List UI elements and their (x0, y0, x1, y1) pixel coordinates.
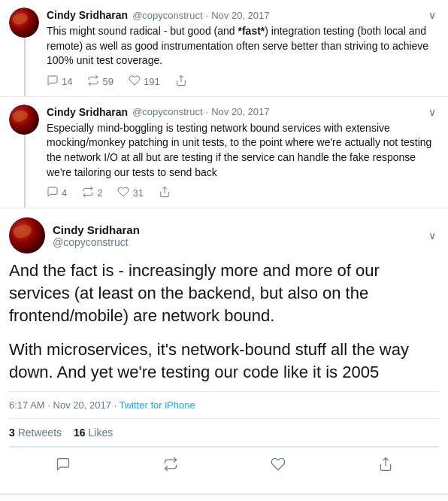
retweet-count-1: 59 (102, 76, 113, 87)
twitter-source-link[interactable]: Twitter for iPhone (120, 399, 195, 411)
chevron-down-icon-main[interactable]: ∨ (425, 228, 439, 243)
likes-label: Likes (89, 427, 114, 439)
main-user-info: Cindy Sridharan @copyconstruct (53, 223, 140, 248)
like-count-1: 191 (144, 76, 160, 87)
avatar-image-2 (9, 105, 39, 135)
timestamp-1: Nov 20, 2017 (211, 10, 269, 21)
main-tweet-text-part1: And the fact is - increasingly more and … (9, 260, 439, 326)
tweet-content-1: Cindy Sridharan @copyconstruct · Nov 20,… (47, 8, 439, 89)
share-icon-main[interactable] (372, 454, 399, 478)
retweet-action-2[interactable]: 2 (82, 186, 102, 200)
main-handle: @copyconstruct (53, 236, 140, 248)
handle-2: @copyconstruct (132, 106, 202, 117)
retweet-count-2: 2 (97, 187, 102, 199)
like-action-2[interactable]: 31 (117, 186, 143, 200)
avatar-col-1 (9, 8, 39, 89)
main-tweet-actions (9, 447, 439, 484)
like-icon-1 (129, 74, 141, 89)
retweets-stat: 3 Retweets (9, 427, 62, 439)
retweet-icon-2 (82, 186, 94, 200)
reply-icon-1 (47, 74, 59, 89)
share-action-2[interactable] (159, 186, 171, 200)
avatar-col-2 (9, 105, 39, 200)
tweet-meta-2: Cindy Sridharan @copyconstruct · Nov 20,… (47, 106, 270, 118)
tweet-content-2: Cindy Sridharan @copyconstruct · Nov 20,… (47, 105, 439, 200)
dot-1: · (206, 10, 209, 21)
reply-action-2[interactable]: 4 (47, 186, 67, 200)
chevron-down-icon-2[interactable]: ∨ (425, 105, 439, 120)
tweet-header-2: Cindy Sridharan @copyconstruct · Nov 20,… (47, 105, 439, 120)
main-tweet-text: And the fact is - increasingly more and … (9, 260, 439, 383)
tweet-actions-1: 14 59 191 (47, 74, 439, 89)
share-icon-2 (159, 186, 171, 200)
reply-icon-main[interactable] (50, 454, 77, 478)
avatar-2[interactable] (9, 105, 39, 135)
main-tweet-user: Cindy Sridharan @copyconstruct (9, 217, 140, 254)
display-name-2: Cindy Sridharan (47, 106, 128, 118)
reply-icon-2 (47, 186, 59, 200)
main-tweet-header: Cindy Sridharan @copyconstruct ∨ (9, 217, 439, 254)
main-display-name: Cindy Sridharan (53, 223, 140, 236)
share-action-1[interactable] (175, 74, 187, 89)
timestamp-dot: · (114, 399, 120, 411)
share-icon-1 (175, 74, 187, 89)
retweet-icon-1 (87, 74, 99, 89)
reply-action-1[interactable]: 14 (47, 74, 72, 89)
main-tweet: Cindy Sridharan @copyconstruct ∨ And the… (0, 208, 448, 493)
chevron-down-icon-1[interactable]: ∨ (425, 8, 439, 23)
tweet-thread: Cindy Sridharan @copyconstruct · Nov 20,… (0, 0, 448, 495)
tweet-actions-2: 4 2 31 (47, 186, 439, 200)
like-count-2: 31 (132, 187, 143, 199)
retweets-count: 3 (9, 427, 15, 439)
tweet-meta-1: Cindy Sridharan @copyconstruct · Nov 20,… (47, 9, 270, 21)
main-tweet-stats: 3 Retweets 16 Likes (9, 418, 439, 447)
retweet-action-1[interactable]: 59 (87, 74, 113, 89)
timestamp-text: 6:17 AM · Nov 20, 2017 (9, 399, 111, 411)
likes-count: 16 (74, 427, 86, 439)
likes-stat: 16 Likes (74, 427, 113, 439)
tweet-item-1: Cindy Sridharan @copyconstruct · Nov 20,… (0, 0, 448, 97)
retweet-icon-main[interactable] (157, 454, 184, 478)
tweet-header-1: Cindy Sridharan @copyconstruct · Nov 20,… (47, 8, 439, 23)
like-icon-2 (117, 186, 129, 200)
handle-1: @copyconstruct (132, 10, 202, 21)
retweets-label: Retweets (18, 427, 62, 439)
main-avatar[interactable] (9, 217, 45, 254)
tweet-text-1: This might sound radical - but good (and… (47, 24, 439, 68)
like-icon-main[interactable] (265, 454, 292, 478)
reply-count-1: 14 (62, 76, 72, 87)
main-tweet-text-part2: With microservices, it's network-bound s… (9, 339, 439, 383)
like-action-1[interactable]: 191 (129, 74, 160, 89)
reply-count-2: 4 (62, 187, 67, 199)
dot-2: · (206, 106, 209, 117)
avatar-image-1 (9, 8, 39, 38)
tweet-item-2: Cindy Sridharan @copyconstruct · Nov 20,… (0, 97, 448, 208)
main-tweet-timestamp: 6:17 AM · Nov 20, 2017 · Twitter for iPh… (9, 391, 439, 411)
tweet-text-2: Especially mind-boggling is testing netw… (47, 121, 439, 180)
avatar-1[interactable] (9, 8, 39, 38)
display-name-1: Cindy Sridharan (47, 9, 128, 21)
timestamp-2: Nov 20, 2017 (211, 106, 269, 117)
